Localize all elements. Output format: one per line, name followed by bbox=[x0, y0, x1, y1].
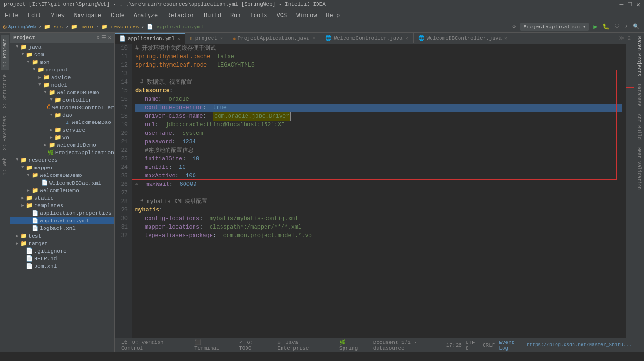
tab-close-icon[interactable]: ✕ bbox=[312, 35, 315, 41]
run-config-dropdown[interactable]: ProjectApplication ▾ bbox=[520, 23, 589, 31]
sidebar-item-service[interactable]: ▶ 📁 service bbox=[10, 126, 114, 133]
menu-help[interactable]: Help bbox=[323, 11, 343, 20]
blog-link[interactable]: https://blog.csdn.net/Master_Shifu... bbox=[527, 343, 632, 348]
menu-window[interactable]: Window bbox=[293, 11, 319, 20]
folder-icon: 📁 bbox=[54, 134, 62, 141]
code-area[interactable]: # 开发环境中关闭缓存便于测试 spring.thymeleaf.cache: … bbox=[132, 44, 626, 338]
sidebar-item-pom-xml[interactable]: 📄 pom.xml bbox=[10, 262, 114, 270]
sidebar-item-welcomleDemo2[interactable]: ▶ 📁 welcomleDemo bbox=[10, 186, 114, 194]
search-icon[interactable]: 🔍 bbox=[633, 23, 640, 30]
sidebar-item-test[interactable]: ▶ 📁 test bbox=[10, 232, 114, 239]
tab-application-yml[interactable]: 📄 application.yml ✕ bbox=[115, 33, 185, 44]
menu-edit[interactable]: Edit bbox=[25, 11, 44, 20]
sidebar-item-mon[interactable]: ▼ 📁 mon bbox=[10, 58, 114, 66]
bc-src[interactable]: 📁 src bbox=[44, 24, 63, 30]
folder-icon: 📁 bbox=[20, 240, 27, 247]
sidebar-close-icon[interactable]: ✕ bbox=[108, 35, 111, 41]
bottom-tabs: ⎇ 9: Version Control ⬛ Terminal ✓ 6: TOD… bbox=[115, 338, 634, 352]
sidebar-item-ProjectApplication[interactable]: 🌿 ProjectApplication bbox=[10, 149, 114, 156]
sidebar-item-WelcomeDBController[interactable]: C̈ WelcomeDBController bbox=[10, 104, 114, 111]
tab-WelcomeController[interactable]: 🌐 WelcomeController.java ✕ bbox=[320, 33, 413, 43]
menu-tools[interactable]: Tools bbox=[247, 11, 270, 20]
bean-validation-tab[interactable]: Bean Validation bbox=[635, 143, 643, 194]
sidebar-item-advice[interactable]: ▶ 📁 advice bbox=[10, 73, 114, 81]
sidebar-item-dao[interactable]: ▼ 📁 dao bbox=[10, 111, 114, 119]
sidebar-item-vo[interactable]: ▶ 📁 vo bbox=[10, 133, 114, 141]
menu-file[interactable]: File bbox=[2, 11, 21, 20]
ant-build-tab[interactable]: Ant Build bbox=[635, 110, 643, 143]
tab-java-enterprise[interactable]: ☕ Java Enterprise bbox=[273, 337, 333, 352]
maximize-btn[interactable]: □ bbox=[628, 1, 632, 9]
event-log-link[interactable]: Event Log bbox=[499, 340, 523, 351]
structure-tab[interactable]: 2: Structure bbox=[1, 70, 9, 112]
gear-icon[interactable]: ⚙ bbox=[512, 23, 516, 30]
tab-close-icon[interactable]: ✕ bbox=[504, 35, 507, 41]
tab-close-icon[interactable]: ✕ bbox=[220, 35, 223, 41]
menu-vcs[interactable]: VCS bbox=[274, 11, 290, 20]
tab-todo[interactable]: ✓ 6: TODO bbox=[234, 337, 272, 352]
bc-main[interactable]: 📁 main bbox=[71, 24, 93, 30]
tab-close-icon[interactable]: ✕ bbox=[177, 36, 180, 42]
sidebar-item-templates[interactable]: ▶ 📁 templates bbox=[10, 202, 114, 209]
md-icon: 📄 bbox=[26, 255, 33, 262]
menu-navigate[interactable]: Navigate bbox=[71, 11, 104, 20]
sidebar-item-welcomeDBDemo2[interactable]: ▼ 📁 welcomeDBDemo bbox=[10, 171, 114, 179]
sidebar-item-application-yml[interactable]: 📄 application.yml bbox=[10, 217, 114, 224]
close-btn[interactable]: ✕ bbox=[636, 1, 640, 9]
menu-refactor[interactable]: Refactor bbox=[164, 11, 197, 20]
sidebar-settings-icon[interactable]: ⚙ bbox=[97, 35, 100, 41]
coverage-icon[interactable]: 🛡 bbox=[614, 23, 620, 30]
profile-icon[interactable]: ⚡ bbox=[625, 23, 628, 30]
tab-project[interactable]: m project ✕ bbox=[185, 34, 228, 43]
sidebar-item-gitignore[interactable]: 📄 .gitignore bbox=[10, 247, 114, 255]
bc-resources[interactable]: 📁 resources bbox=[101, 24, 139, 30]
sidebar-gear-icon[interactable]: ☰ bbox=[101, 35, 106, 41]
project-name[interactable]: SpringWeb bbox=[8, 24, 36, 30]
bc-file[interactable]: 📄 application.yml bbox=[147, 24, 203, 30]
project-tab[interactable]: 1: Project bbox=[1, 35, 9, 70]
sidebar-item-WelcomeDBDao[interactable]: I WelcomeDBDao bbox=[10, 119, 114, 126]
menubar: File Edit View Navigate Code Analyze Ref… bbox=[0, 10, 644, 21]
favorites-tab[interactable]: 2: Favorites bbox=[1, 112, 9, 154]
sidebar-item-mapper[interactable]: ▼ 📁 mapper bbox=[10, 164, 114, 171]
database-tab[interactable]: Database bbox=[635, 80, 643, 110]
sidebar-item-model[interactable]: ▼ 📁 model bbox=[10, 81, 114, 88]
sidebar-item-target[interactable]: ▶ 📁 target bbox=[10, 239, 114, 247]
menu-code[interactable]: Code bbox=[108, 11, 127, 20]
maven-projects-tab[interactable]: Maven Projects bbox=[635, 33, 643, 80]
menu-view[interactable]: View bbox=[48, 11, 68, 20]
line-num-27: 27 bbox=[118, 189, 128, 197]
menu-analyze[interactable]: Analyze bbox=[131, 11, 160, 20]
menu-run[interactable]: Run bbox=[228, 11, 244, 20]
java-tab-icon: ☕ bbox=[233, 35, 236, 41]
sidebar-item-java[interactable]: ▼ 📁 java bbox=[10, 43, 114, 51]
sidebar-item-HELP-md[interactable]: 📄 HELP.md bbox=[10, 255, 114, 262]
run-icon[interactable]: ▶ bbox=[593, 23, 597, 31]
code-line-29: mybatis: bbox=[135, 206, 622, 214]
tab-close-icon[interactable]: ✕ bbox=[406, 35, 408, 41]
debug-icon[interactable]: 🐛 bbox=[602, 23, 609, 30]
sidebar-item-contoller[interactable]: ▼ 📁 contoller bbox=[10, 96, 114, 104]
sidebar-item-welcomeDBDemo[interactable]: ▼ 📁 welcomeDBDemo bbox=[10, 88, 114, 96]
sidebar-item-logback-xml[interactable]: 📄 logback.xml bbox=[10, 224, 114, 232]
sidebar-item-resources[interactable]: ▼ 📁 resources bbox=[10, 156, 114, 164]
tab-terminal[interactable]: ⬛ Terminal bbox=[190, 337, 233, 352]
tab-ProjectApplication[interactable]: ☕ ProjectApplication.java ✕ bbox=[228, 33, 320, 43]
sidebar-item-WelcomeDBDao-xml[interactable]: 📄 WelcomeDBDao.xml bbox=[10, 179, 114, 186]
sidebar-item-project[interactable]: ▼ 📁 project bbox=[10, 66, 114, 73]
minimize-btn[interactable]: ─ bbox=[620, 1, 624, 9]
editor-tabs-overflow[interactable]: ≫ 2 bbox=[616, 35, 634, 41]
folder-icon: 📁 bbox=[43, 81, 50, 88]
sidebar-item-static[interactable]: ▶ 📁 static bbox=[10, 194, 114, 202]
yml-tab-icon: 📄 bbox=[119, 35, 126, 42]
fold-arrow[interactable]: ⊖ bbox=[135, 180, 138, 189]
key: continue-on-error bbox=[145, 104, 203, 112]
tab-version-control[interactable]: ⎇ 9: Version Control bbox=[116, 337, 189, 352]
sidebar-item-com[interactable]: ▼ 📁 com bbox=[10, 51, 114, 58]
sidebar-item-application-properties[interactable]: 📄 application.properties bbox=[10, 209, 114, 217]
tab-WelcomeDBController[interactable]: 🌐 WelcomeDBController.java ✕ bbox=[414, 33, 512, 43]
sidebar-item-welcomleDemo[interactable]: ▶ 📁 welcomleDemo bbox=[10, 141, 114, 149]
web-tab[interactable]: 1: Web bbox=[1, 154, 9, 178]
menu-build[interactable]: Build bbox=[201, 11, 224, 20]
tab-spring[interactable]: 🌿 Spring bbox=[335, 337, 372, 352]
